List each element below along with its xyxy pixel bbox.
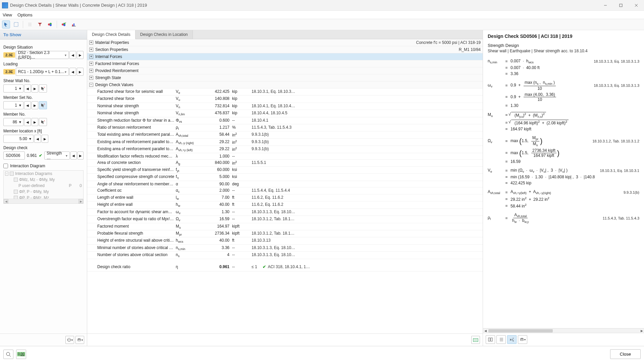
data-row: Angle of shear reinforcement to member a… — [87, 181, 483, 187]
row-ref: 18.10.3.13 — [248, 238, 483, 243]
expander-icon[interactable]: + — [89, 76, 93, 80]
row-unit: -- — [231, 264, 248, 269]
design-situation-next[interactable]: ▶ — [77, 51, 84, 59]
member-set-next[interactable]: ▶ — [32, 101, 38, 109]
close-button[interactable]: Close — [610, 349, 641, 359]
globe-button[interactable]: ▾ — [65, 336, 74, 344]
row-ref: 18.10.3.1.2, Tab. 18.1… — [248, 217, 483, 222]
tool-color1[interactable] — [46, 20, 54, 28]
rf-btn-2[interactable] — [496, 335, 506, 344]
row-value: 1.217 — [198, 125, 231, 130]
shear-wall-dropdown[interactable]: 1▾ — [3, 84, 23, 93]
status-number[interactable]: 0,00 — [16, 350, 26, 359]
loading-dropdown[interactable]: RC1 - 1.20D/p + L + 0.1…▾ — [16, 68, 69, 76]
row-unit: deg — [231, 182, 248, 186]
design-check-id[interactable]: SD0506 — [3, 152, 25, 160]
row-symbol: Φvs — [174, 118, 198, 123]
design-check-ratio: 0.961 — [27, 153, 37, 158]
member-set-pick[interactable] — [39, 101, 47, 109]
rf-print[interactable]: ▾ — [518, 335, 527, 344]
rf-btn-1[interactable] — [486, 335, 495, 344]
design-check-type-dropdown[interactable]: Strength …▾ — [44, 152, 70, 160]
row-symbol: f'c — [174, 174, 198, 180]
row-name: Probable flexural strength — [87, 231, 174, 236]
member-no-pick[interactable] — [39, 118, 47, 126]
tool-filter[interactable] — [36, 20, 44, 28]
row-name: Minimal number of stories above critical… — [87, 245, 174, 251]
close-window-button[interactable] — [629, 0, 644, 11]
loading-next[interactable]: ▶ — [77, 68, 84, 76]
section-row[interactable]: + Strength State — [87, 74, 483, 81]
row-unit: in2 — [231, 139, 248, 145]
print-button[interactable]: ▾ — [75, 336, 84, 344]
expander-icon[interactable]: + — [89, 69, 93, 73]
section-row[interactable]: + Section Properties R_M1 10/84 — [87, 46, 483, 53]
loading-prev[interactable]: ◀ — [69, 68, 76, 76]
minimize-button[interactable] — [598, 0, 613, 11]
expander-icon[interactable]: + — [89, 55, 93, 59]
right-hscroll[interactable]: ◀▶ — [483, 328, 644, 333]
shear-wall-next[interactable]: ▶ — [32, 84, 38, 93]
chevron-down-icon: ▾ — [65, 70, 66, 74]
data-row: Existing area of reinforcement parallel … — [87, 146, 483, 153]
design-situation-dropdown[interactable]: DS2 - Section 2.3 (LRFD)…▾ — [16, 51, 69, 59]
tool-list[interactable] — [26, 20, 34, 28]
shear-wall-pick[interactable] — [39, 84, 47, 93]
capture-button[interactable] — [471, 336, 480, 344]
design-check-prev[interactable]: ◀ — [70, 152, 76, 160]
member-set-prev[interactable]: ◀ — [24, 101, 31, 109]
expander-icon[interactable]: − — [89, 83, 93, 87]
row-unit: ft — [231, 195, 248, 200]
menu-options[interactable]: Options — [17, 12, 33, 17]
tab-details[interactable]: Design Check Details — [87, 30, 136, 39]
titlebar: Design Check Details | Shear Walls | Con… — [0, 0, 644, 11]
section-right: R_M1 10/84 — [459, 47, 481, 52]
tool-color2[interactable] — [60, 20, 68, 28]
row-symbol: ns — [174, 252, 198, 258]
row-symbol: Ωv — [174, 217, 198, 222]
design-check-next[interactable]: ▶ — [77, 152, 84, 160]
row-value: 476.837 — [198, 111, 231, 116]
shear-wall-prev[interactable]: ◀ — [24, 84, 31, 93]
row-unit: ksi — [231, 167, 248, 173]
row-ref: 9.9.3.1(b) — [248, 146, 483, 152]
member-loc-prev[interactable]: ◀ — [34, 135, 41, 143]
tab-location[interactable]: Design Checks in Location — [136, 30, 193, 39]
row-ref: 18.10.4.1 — [248, 118, 483, 123]
section-row[interactable]: + Material Properties Concrete f'c = 500… — [87, 39, 483, 46]
maximize-button[interactable] — [613, 0, 629, 11]
member-loc-next[interactable]: ▶ — [42, 135, 48, 143]
row-value: 0.600 — [198, 118, 231, 123]
svg-point-11 — [50, 24, 52, 26]
section-row[interactable]: − Design Check Values — [87, 81, 483, 88]
svg-line-19 — [44, 87, 45, 88]
rf-btn-3[interactable]: x=74 — [507, 335, 517, 344]
row-name: Angle of shear reinforcement to member a… — [87, 182, 174, 186]
design-situation-prev[interactable]: ◀ — [69, 51, 76, 59]
row-symbol: fyt — [174, 167, 198, 173]
tool-select-box[interactable] — [12, 20, 20, 28]
status-zoom[interactable] — [3, 350, 13, 359]
section-row[interactable]: + Internal Forces — [87, 53, 483, 60]
row-value: 140.808 — [198, 96, 231, 102]
section-row[interactable]: + Provided Reinforcement — [87, 67, 483, 74]
member-no-dropdown[interactable]: 86▾ — [3, 118, 23, 126]
member-no-prev[interactable]: ◀ — [24, 118, 31, 126]
member-loc-dropdown[interactable]: 5.00▾ — [3, 135, 34, 143]
data-row: Factor to account for dynamic shear ampl… — [87, 209, 483, 216]
row-ref: 18.10.3.1.3, Eq. 18.10… — [248, 209, 483, 215]
row-name: Specified compressive strength of concre… — [87, 174, 174, 180]
interaction-diagram-checkbox[interactable] — [3, 164, 8, 168]
data-row: Height of entire structural wall above c… — [87, 237, 483, 244]
expander-icon[interactable]: + — [89, 41, 93, 45]
member-no-next[interactable]: ▶ — [32, 118, 38, 126]
menu-view[interactable]: View — [3, 12, 12, 17]
expander-icon[interactable]: + — [89, 48, 93, 52]
tool-pointer[interactable] — [2, 20, 10, 28]
tool-chart[interactable] — [70, 20, 78, 28]
row-value: 29.22 — [198, 139, 231, 145]
row-ref: 11.6.2, Eq. 11.6.2 — [248, 195, 483, 200]
member-set-dropdown[interactable]: 1▾ — [3, 101, 23, 109]
section-row[interactable]: + Factored Internal Forces — [87, 60, 483, 67]
expander-icon[interactable]: + — [89, 62, 93, 66]
